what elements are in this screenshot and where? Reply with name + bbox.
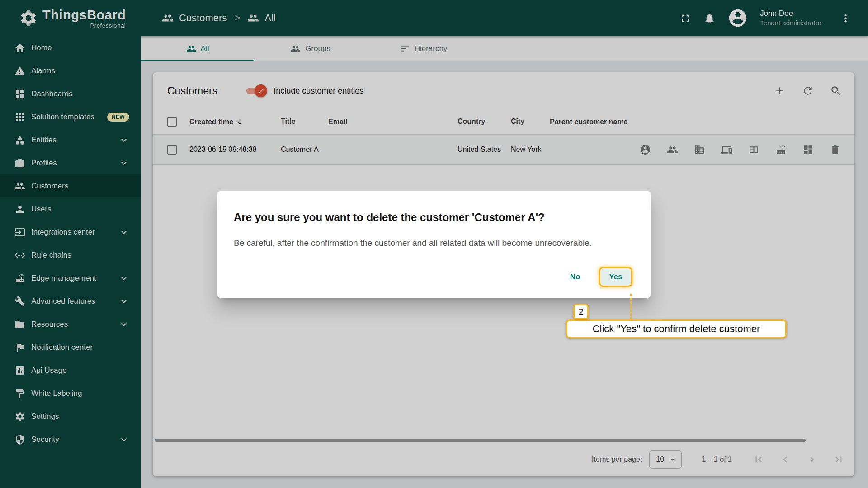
- yes-button[interactable]: Yes: [599, 267, 632, 287]
- dialog-message: Be careful, after the confirmation the c…: [234, 238, 634, 248]
- confirm-delete-dialog: Are you sure you want to delete the cust…: [217, 191, 651, 298]
- dialog-title: Are you sure you want to delete the cust…: [234, 211, 634, 224]
- dialog-actions: No Yes: [234, 267, 634, 291]
- annotation-step-badge: 2: [573, 304, 589, 319]
- annotation-callout: Click "Yes" to confirm delete customer: [566, 319, 787, 338]
- no-button[interactable]: No: [558, 267, 592, 287]
- annotation-connector-line: [630, 294, 632, 320]
- thingsboard-app: ThingsBoard Professional Customers > All…: [0, 0, 868, 488]
